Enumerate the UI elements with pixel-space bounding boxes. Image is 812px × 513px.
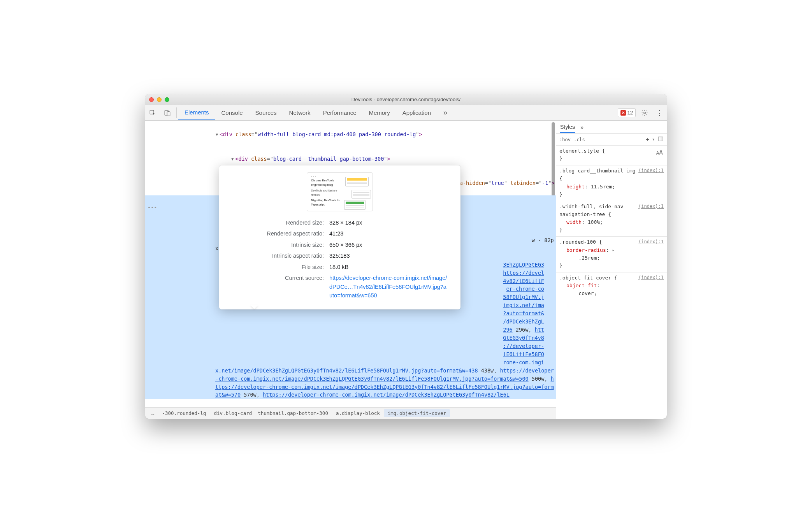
value-rendered-ratio: 41:23 xyxy=(327,228,450,239)
styles-tabs: Styles » xyxy=(556,121,667,134)
hover-thumbnail: Chrome DevTools engineering blog DevTool… xyxy=(307,172,373,211)
titlebar: DevTools - developer.chrome.com/tags/dev… xyxy=(145,94,667,105)
main-toolbar: Elements Console Sources Network Perform… xyxy=(145,105,667,121)
image-hover-tooltip: Chrome DevTools engineering blog DevTool… xyxy=(219,165,460,309)
panel-tabs: Elements Console Sources Network Perform… xyxy=(178,105,616,120)
expand-toggle-icon[interactable] xyxy=(216,131,220,137)
breadcrumb: … -300.rounded-lg div.blog-card__thumbna… xyxy=(145,407,556,419)
value-intrinsic-ratio: 325:183 xyxy=(327,251,450,261)
gutter-ellipsis-icon: ••• xyxy=(148,204,157,212)
tab-memory[interactable]: Memory xyxy=(363,105,396,120)
error-count-badge[interactable]: ✕ 12 xyxy=(618,108,636,117)
label-intrinsic-ratio: Intrinsic aspect ratio: xyxy=(229,251,326,261)
hov-toggle[interactable]: :hov xyxy=(559,137,571,142)
crumb-overflow[interactable]: … xyxy=(148,409,158,417)
separator xyxy=(176,107,177,118)
tab-application[interactable]: Application xyxy=(396,105,437,120)
svg-rect-4 xyxy=(658,137,663,141)
value-rendered-size: 328 × 184 px xyxy=(327,218,450,228)
styles-panel: Styles » :hov .cls + ▼ AA element.style … xyxy=(556,121,667,419)
font-size-indicator-icon: AA xyxy=(656,148,663,158)
style-rule[interactable]: element.style { } xyxy=(556,146,667,165)
dropdown-caret-icon[interactable]: ▼ xyxy=(652,138,654,141)
class-value: width-full blog-card md:pad-400 pad-300 … xyxy=(258,131,416,137)
error-icon: ✕ xyxy=(620,110,626,116)
value-file-size: 18.0 kB xyxy=(327,262,450,272)
crumb-item-active[interactable]: img.object-fit-cover xyxy=(384,409,450,417)
rule-source-link[interactable]: (index):1 xyxy=(638,238,664,246)
tab-elements[interactable]: Elements xyxy=(178,105,215,120)
elements-panel: <div class="width-full blog-card md:pad-… xyxy=(145,121,556,419)
style-rules[interactable]: AA element.style { } (index):1 .blog-car… xyxy=(556,146,667,419)
tab-sources[interactable]: Sources xyxy=(249,105,283,120)
value-current-source[interactable]: https://developer-chrome-com.imgix.net/i… xyxy=(327,273,450,300)
device-toolbar-icon[interactable] xyxy=(160,105,175,120)
tab-performance[interactable]: Performance xyxy=(317,105,363,120)
style-rule[interactable]: (index):1 .width-full, side-nav navigati… xyxy=(556,201,667,237)
crumb-item[interactable]: a.display-block xyxy=(332,409,384,417)
styles-tab[interactable]: Styles xyxy=(560,121,575,133)
label-intrinsic-size: Intrinsic size: xyxy=(229,240,326,250)
tab-console[interactable]: Console xyxy=(215,105,249,120)
label-rendered-size: Rendered size: xyxy=(229,218,326,228)
settings-icon[interactable] xyxy=(637,105,652,120)
class-value: blog-card__thumbnail gap-bottom-300 xyxy=(273,156,384,162)
value-intrinsic-size: 650 × 366 px xyxy=(327,240,450,250)
style-rule[interactable]: (index):1 .rounded-100 { border-radius: … xyxy=(556,237,667,272)
style-rule[interactable]: (index):1 .blog-card__thumbnail img { he… xyxy=(556,165,667,201)
crumb-item[interactable]: -300.rounded-lg xyxy=(158,409,210,417)
devtools-window: DevTools - developer.chrome.com/tags/dev… xyxy=(145,94,667,419)
dom-scrollbar[interactable] xyxy=(550,121,556,407)
toggle-sidebar-icon[interactable] xyxy=(657,136,664,143)
hover-info-table: Rendered size:328 × 184 px Rendered aspe… xyxy=(228,217,451,302)
svg-point-3 xyxy=(644,112,646,114)
new-style-rule-icon[interactable]: + xyxy=(646,136,649,143)
styles-filter-bar: :hov .cls + ▼ xyxy=(556,134,667,146)
more-styles-tabs-icon[interactable]: » xyxy=(580,122,582,133)
main-split: <div class="width-full blog-card md:pad-… xyxy=(145,121,667,419)
error-count: 12 xyxy=(627,110,633,116)
tab-network[interactable]: Network xyxy=(283,105,317,120)
svg-rect-2 xyxy=(167,112,170,116)
expand-toggle-icon[interactable] xyxy=(231,156,235,162)
label-file-size: File size: xyxy=(229,262,326,272)
label-rendered-ratio: Rendered aspect ratio: xyxy=(229,228,326,239)
inspect-element-icon[interactable] xyxy=(145,105,160,120)
label-current-source: Current source: xyxy=(229,273,326,300)
rule-source-link[interactable]: (index):1 xyxy=(638,203,664,210)
shorthand-expand-icon[interactable]: ▸ xyxy=(612,247,614,253)
style-rule[interactable]: (index):1 .object-fit-cover { object-fit… xyxy=(556,272,667,300)
kebab-menu-icon[interactable]: ⋮ xyxy=(652,105,667,120)
cls-toggle[interactable]: .cls xyxy=(574,137,585,142)
rule-source-link[interactable]: (index):1 xyxy=(638,167,664,174)
dom-tree[interactable]: <div class="width-full blog-card md:pad-… xyxy=(145,121,556,407)
window-title: DevTools - developer.chrome.com/tags/dev… xyxy=(145,97,667,102)
crumb-item[interactable]: div.blog-card__thumbnail.gap-bottom-300 xyxy=(210,409,332,417)
more-tabs-icon[interactable]: » xyxy=(437,105,452,120)
rule-source-link[interactable]: (index):1 xyxy=(638,274,664,281)
